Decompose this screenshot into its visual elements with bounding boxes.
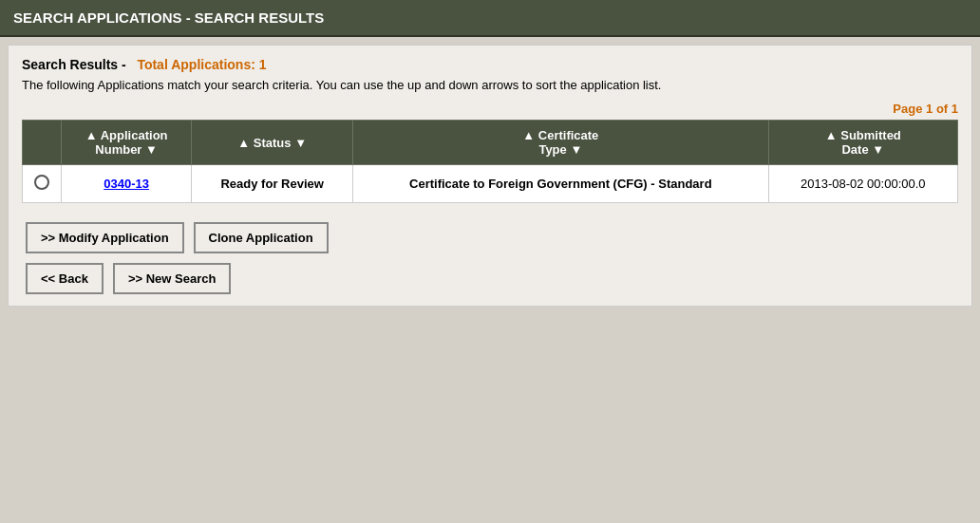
content-area: Search Results - Total Applications: 1 T…: [8, 45, 972, 307]
status-value: Ready for Review: [220, 177, 323, 191]
search-results-heading: Search Results - Total Applications: 1: [22, 57, 958, 72]
clone-application-button[interactable]: Clone Application: [194, 222, 329, 253]
secondary-button-row: << Back >> New Search: [26, 263, 954, 294]
modify-application-button[interactable]: >> Modify Application: [26, 222, 184, 253]
certificate-type-cell: Certificate to Foreign Government (CFG) …: [353, 165, 768, 203]
col-submitted-date[interactable]: ▲ SubmittedDate ▼: [768, 121, 957, 165]
radio-button[interactable]: [34, 175, 49, 190]
col-select: [23, 121, 62, 165]
table-row: 0340-13 Ready for Review Certificate to …: [23, 165, 958, 203]
status-cell: Ready for Review: [192, 165, 353, 203]
table-header-row: ▲ ApplicationNumber ▼ ▲ Status ▼ ▲ Certi…: [23, 121, 958, 165]
total-applications: Total Applications: 1: [137, 57, 266, 72]
new-search-button[interactable]: >> New Search: [113, 263, 232, 294]
back-button[interactable]: << Back: [26, 263, 104, 294]
col-certificate-type[interactable]: ▲ CertificateType ▼: [353, 121, 768, 165]
col-status[interactable]: ▲ Status ▼: [192, 121, 353, 165]
row-select-cell[interactable]: [23, 165, 62, 203]
certificate-type-value: Certificate to Foreign Government (CFG) …: [409, 177, 712, 191]
page-header: SEARCH APPLICATIONS - SEARCH RESULTS: [0, 0, 980, 37]
application-number-cell: 0340-13: [62, 165, 192, 203]
results-table: ▲ ApplicationNumber ▼ ▲ Status ▼ ▲ Certi…: [22, 120, 958, 203]
primary-button-row: >> Modify Application Clone Application: [26, 222, 954, 253]
submitted-date-value: 2013-08-02 00:00:00.0: [801, 177, 926, 191]
page-info: Page 1 of 1: [22, 102, 958, 116]
submitted-date-cell: 2013-08-02 00:00:00.0: [768, 165, 957, 203]
application-number-link[interactable]: 0340-13: [104, 177, 149, 191]
search-results-label: Search Results -: [22, 57, 126, 72]
info-text: The following Applications match your se…: [22, 78, 958, 92]
buttons-section: >> Modify Application Clone Application …: [22, 222, 958, 294]
col-application-number[interactable]: ▲ ApplicationNumber ▼: [62, 121, 192, 165]
